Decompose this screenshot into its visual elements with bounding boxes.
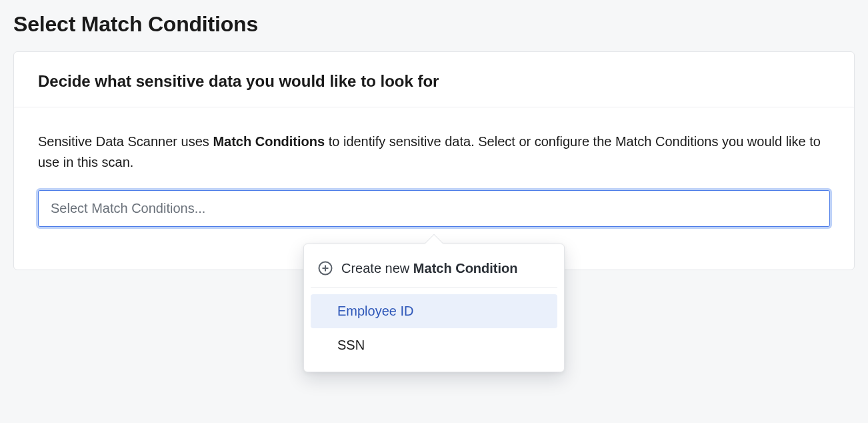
card-body: Sensitive Data Scanner uses Match Condit… [14, 107, 854, 270]
match-conditions-dropdown: Create new Match Condition Employee ID S… [303, 244, 565, 372]
match-conditions-card: Decide what sensitive data you would lik… [13, 51, 855, 270]
create-pre: Create new [341, 261, 413, 276]
plus-circle-icon [317, 260, 333, 276]
description-bold: Match Conditions [213, 134, 325, 149]
create-match-condition-button[interactable]: Create new Match Condition [311, 251, 557, 288]
card-header-title: Decide what sensitive data you would lik… [38, 72, 830, 91]
description-pre: Sensitive Data Scanner uses [38, 134, 213, 149]
page-title: Select Match Conditions [13, 12, 855, 37]
match-conditions-select[interactable] [38, 190, 830, 227]
option-employee-id[interactable]: Employee ID [311, 294, 557, 328]
create-bold: Match Condition [413, 261, 518, 276]
select-wrap: Create new Match Condition Employee ID S… [38, 190, 830, 227]
dropdown-options: Employee ID SSN [311, 288, 557, 362]
create-label: Create new Match Condition [341, 261, 517, 276]
option-ssn[interactable]: SSN [311, 328, 557, 362]
card-description: Sensitive Data Scanner uses Match Condit… [38, 131, 830, 173]
card-header: Decide what sensitive data you would lik… [14, 52, 854, 107]
